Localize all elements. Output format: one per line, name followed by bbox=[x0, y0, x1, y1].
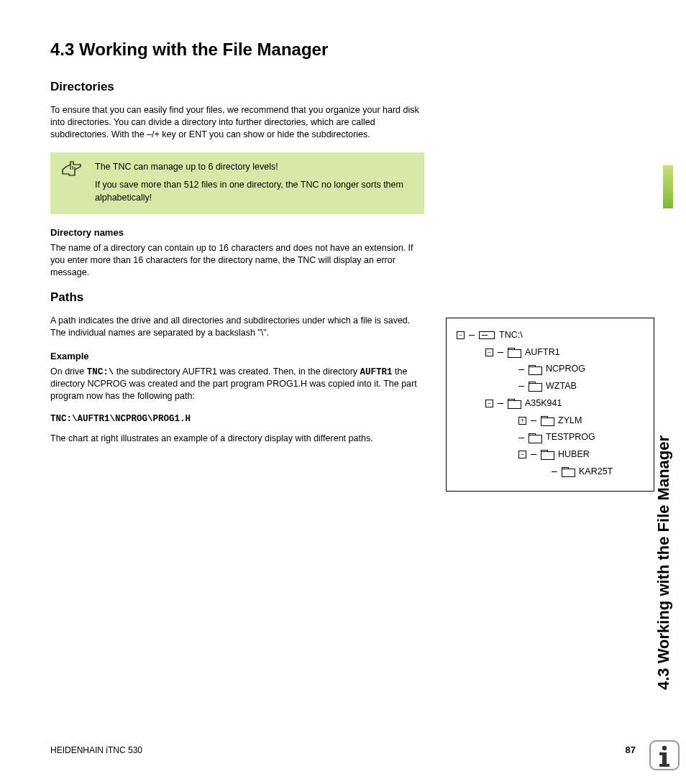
tree-label: NCPROG bbox=[546, 361, 585, 378]
page-footer: HEIDENHAIN iTNC 530 87 bbox=[50, 744, 636, 755]
side-tab: 4.3 Working with the File Manager bbox=[646, 29, 673, 359]
folder-icon bbox=[541, 450, 554, 459]
note-line-1: The TNC can manage up to 6 directory lev… bbox=[95, 161, 414, 174]
folder-icon bbox=[529, 365, 541, 374]
example-mid1: the subdirectory AUFTR1 was created. The… bbox=[114, 366, 360, 377]
path-line: TNC:\AUFTR1\NCPROG\PROG1.H bbox=[50, 414, 424, 424]
example-dir: AUFTR1 bbox=[360, 367, 393, 377]
minus-icon: − bbox=[457, 331, 465, 339]
svg-rect-3 bbox=[659, 752, 667, 755]
tree-node-zylm: + ZYLM bbox=[457, 412, 644, 430]
tree-root-row: − TNC:\ bbox=[457, 327, 644, 344]
folder-icon bbox=[508, 348, 521, 357]
section-title: 4.3 Working with the File Manager bbox=[50, 40, 636, 60]
example-text: On drive TNC:\ the subdirectory AUFTR1 w… bbox=[50, 366, 424, 403]
tree-root-label: TNC:\ bbox=[499, 327, 523, 344]
directory-names-heading: Directory names bbox=[50, 227, 636, 238]
footer-product: HEIDENHAIN iTNC 530 bbox=[50, 745, 142, 755]
footer-page-number: 87 bbox=[626, 744, 636, 755]
tree-node-huber: − HUBER bbox=[457, 446, 644, 464]
tree-label: TESTPROG bbox=[546, 429, 595, 446]
note-box: The TNC can manage up to 6 directory lev… bbox=[50, 152, 424, 215]
minus-icon: − bbox=[518, 451, 526, 458]
plus-icon: + bbox=[518, 417, 526, 425]
tree-node-wztab: WZTAB bbox=[457, 378, 644, 395]
minus-icon: − bbox=[485, 349, 493, 356]
example-heading: Example bbox=[50, 351, 424, 361]
directory-names-text: The name of a directory can contain up t… bbox=[50, 242, 424, 279]
folder-icon bbox=[529, 433, 541, 443]
note-line-2: If you save more than 512 files in one d… bbox=[95, 179, 414, 204]
tree-label: KAR25T bbox=[579, 464, 613, 481]
tree-node-auftr1: − AUFTR1 bbox=[457, 344, 644, 361]
tree-node-ncprog: NCPROG bbox=[457, 361, 644, 378]
tree-label: WZTAB bbox=[546, 378, 577, 395]
chart-note: The chart at right illustrates an exampl… bbox=[50, 433, 424, 445]
directories-heading: Directories bbox=[50, 80, 636, 94]
paths-intro: A path indicates the drive and all direc… bbox=[50, 315, 424, 339]
tree-label: HUBER bbox=[558, 446, 590, 464]
drive-icon bbox=[479, 331, 495, 339]
minus-icon: − bbox=[485, 400, 493, 407]
tree-node-testprog: TESTPROG bbox=[457, 429, 644, 446]
hand-pointer-icon bbox=[60, 160, 83, 178]
info-icon bbox=[649, 739, 680, 771]
directories-intro: To ensure that you can easily find your … bbox=[50, 104, 424, 141]
tree-label: AUFTR1 bbox=[525, 344, 560, 361]
svg-point-1 bbox=[662, 746, 667, 750]
tree-label: A35K941 bbox=[525, 395, 562, 412]
paths-heading: Paths bbox=[50, 290, 636, 305]
side-tab-text: 4.3 Working with the File Manager bbox=[654, 359, 673, 690]
folder-icon bbox=[529, 382, 541, 391]
tree-label: ZYLM bbox=[558, 412, 582, 430]
example-drive: TNC:\ bbox=[87, 367, 114, 377]
tree-node-a35k941: − A35K941 bbox=[457, 395, 644, 412]
folder-icon bbox=[508, 399, 521, 408]
folder-icon bbox=[541, 416, 554, 425]
svg-rect-4 bbox=[659, 764, 669, 767]
side-accent bbox=[663, 165, 673, 208]
example-pre: On drive bbox=[50, 366, 87, 377]
directory-tree: − TNC:\ − AUFTR1 NCPROG bbox=[446, 318, 654, 492]
tree-node-kar25t: KAR25T bbox=[457, 464, 644, 481]
folder-icon bbox=[562, 467, 575, 476]
